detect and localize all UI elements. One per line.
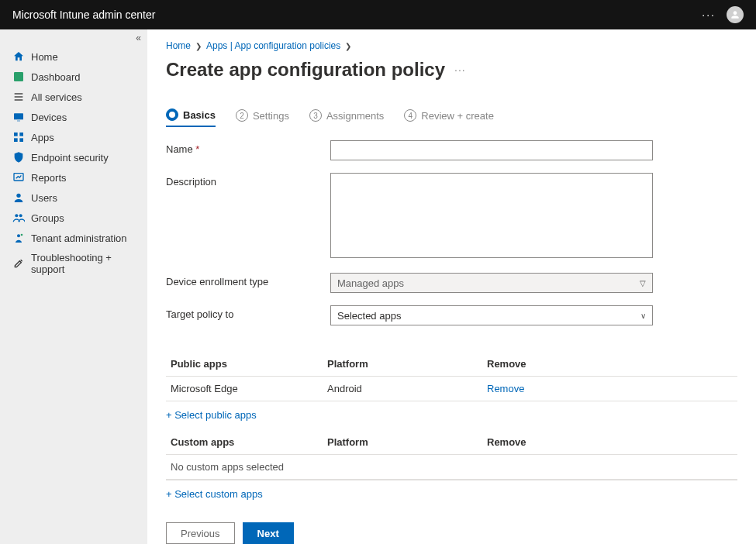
step-label: Basics [183, 109, 216, 121]
sidebar-item-label: Dashboard [31, 71, 81, 83]
page-title: Create app configuration policy [166, 59, 445, 81]
target-policy-label: Target policy to [166, 305, 330, 320]
devices-icon [12, 111, 25, 123]
sidebar-item-label: Endpoint security [31, 152, 109, 164]
col-header-public-apps: Public apps [171, 358, 327, 370]
sidebar-item-label: Reports [31, 172, 67, 184]
sidebar-item-endpoint-security[interactable]: Endpoint security [0, 147, 147, 167]
table-row-empty: No custom apps selected [166, 455, 737, 480]
sidebar-item-label: All services [31, 91, 82, 103]
sidebar-item-label: Tenant administration [31, 232, 127, 244]
svg-point-12 [15, 214, 18, 217]
step-assignments[interactable]: 3 Assignments [309, 109, 384, 126]
remove-link[interactable]: Remove [487, 383, 524, 394]
sidebar-item-all-services[interactable]: All services [0, 87, 147, 107]
col-header-custom-apps: Custom apps [171, 436, 327, 448]
step-circle-icon: 2 [236, 109, 248, 122]
sidebar-item-label: Users [31, 192, 57, 204]
col-header-platform: Platform [327, 358, 487, 370]
more-icon[interactable]: ··· [702, 9, 716, 21]
step-circle-icon [166, 108, 178, 121]
col-header-platform: Platform [327, 436, 487, 448]
sidebar-item-dashboard[interactable]: Dashboard [0, 67, 147, 87]
main-content: Home ❯ Apps | App configuration policies… [147, 29, 756, 544]
svg-rect-0 [14, 72, 23, 81]
col-header-remove: Remove [487, 436, 737, 448]
sidebar-item-home[interactable]: Home [0, 46, 147, 67]
tenant-icon [12, 232, 25, 244]
breadcrumb: Home ❯ Apps | App configuration policies… [166, 40, 737, 51]
sidebar-item-troubleshooting[interactable]: Troubleshooting + support [0, 248, 147, 279]
step-review-create[interactable]: 4 Review + create [404, 109, 494, 126]
step-circle-icon: 4 [404, 109, 416, 122]
apps-icon [12, 131, 25, 143]
sidebar-item-label: Devices [31, 112, 67, 123]
next-button[interactable]: Next [243, 522, 294, 544]
home-icon [12, 50, 25, 63]
svg-rect-5 [17, 121, 20, 122]
select-public-apps-link[interactable]: + Select public apps [166, 401, 737, 429]
chevron-down-icon: ∨ [640, 312, 646, 320]
step-label: Review + create [421, 110, 494, 122]
sidebar-item-label: Home [31, 51, 58, 63]
description-textarea[interactable] [330, 173, 653, 258]
reports-icon [12, 171, 25, 184]
enrollment-type-select: Managed apps ▽ [330, 273, 653, 293]
more-icon[interactable]: ··· [454, 64, 466, 76]
wizard-footer: Previous Next [166, 522, 294, 544]
svg-rect-8 [14, 138, 18, 142]
chevron-right-icon: ❯ [345, 42, 351, 50]
user-icon [12, 191, 25, 204]
sidebar-item-groups[interactable]: Groups [0, 208, 147, 228]
topbar: Microsoft Intune admin center ··· [0, 0, 756, 29]
cell-platform: Android [327, 383, 487, 394]
sidebar-item-label: Apps [31, 132, 54, 143]
sidebar-item-label: Troubleshooting + support [31, 252, 135, 275]
svg-point-13 [19, 214, 22, 217]
person-icon [730, 9, 740, 20]
sidebar-item-users[interactable]: Users [0, 188, 147, 208]
sidebar-item-reports[interactable]: Reports [0, 167, 147, 188]
chevron-down-icon: ▽ [640, 279, 646, 287]
services-icon [12, 91, 25, 103]
select-custom-apps-link[interactable]: + Select custom apps [166, 480, 737, 508]
custom-apps-header: Custom apps Platform Remove [166, 429, 737, 455]
svg-rect-7 [19, 133, 23, 136]
breadcrumb-link-home[interactable]: Home [166, 40, 191, 51]
step-label: Assignments [326, 110, 384, 122]
shield-icon [12, 151, 25, 164]
step-circle-icon: 3 [309, 109, 322, 122]
previous-button[interactable]: Previous [166, 522, 235, 544]
svg-point-15 [21, 234, 23, 236]
svg-point-14 [17, 234, 20, 237]
collapse-icon[interactable]: « [136, 33, 141, 43]
step-label: Settings [253, 110, 289, 122]
breadcrumb-link-apps[interactable]: Apps | App configuration policies [206, 40, 340, 51]
name-label: Name * [166, 140, 330, 155]
wizard-steps: Basics 2 Settings 3 Assignments 4 Review… [166, 108, 737, 128]
col-header-remove: Remove [487, 358, 737, 370]
svg-point-11 [16, 194, 20, 198]
topbar-title: Microsoft Intune admin center [12, 9, 155, 21]
cell-app-name: Microsoft Edge [171, 383, 327, 394]
name-input[interactable] [330, 140, 653, 160]
description-label: Description [166, 173, 330, 188]
table-row: Microsoft Edge Android Remove [166, 377, 737, 401]
dashboard-icon [12, 71, 25, 83]
svg-rect-4 [14, 113, 23, 119]
sidebar-item-apps[interactable]: Apps [0, 127, 147, 147]
enrollment-type-label: Device enrollment type [166, 273, 330, 287]
svg-rect-9 [19, 138, 23, 142]
empty-message: No custom apps selected [171, 461, 284, 473]
public-apps-table: Public apps Platform Remove Microsoft Ed… [166, 352, 737, 401]
step-basics[interactable]: Basics [166, 108, 216, 127]
target-policy-select[interactable]: Selected apps ∨ [330, 305, 653, 325]
sidebar-item-tenant-administration[interactable]: Tenant administration [0, 228, 147, 248]
sidebar: « Home Dashboard All services Devices Ap… [0, 29, 147, 544]
chevron-right-icon: ❯ [195, 42, 202, 50]
tools-icon [12, 257, 25, 270]
avatar[interactable] [727, 6, 744, 23]
sidebar-item-devices[interactable]: Devices [0, 107, 147, 127]
step-settings[interactable]: 2 Settings [236, 109, 289, 126]
select-value: Managed apps [337, 277, 404, 289]
